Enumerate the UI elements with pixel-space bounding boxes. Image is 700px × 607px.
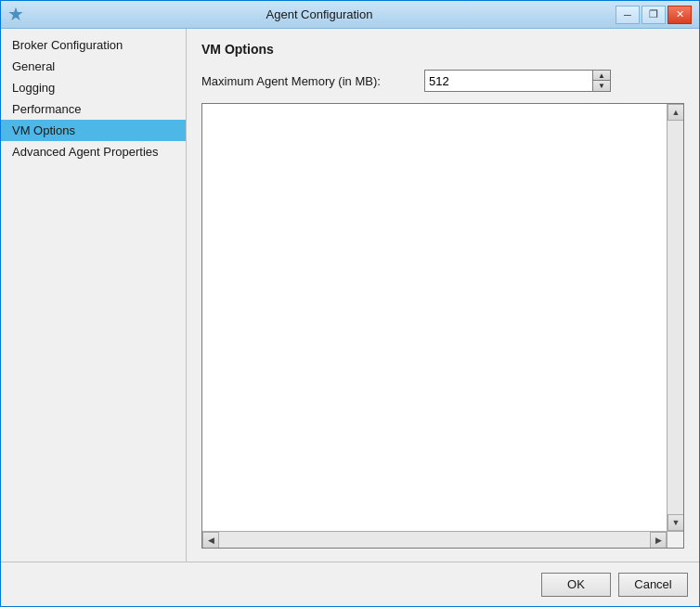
window-title: Agent Configuration (23, 7, 616, 21)
sidebar-item-broker-configuration[interactable]: Broker Configuration (1, 34, 186, 56)
sidebar-item-label: Performance (12, 102, 81, 116)
cancel-button[interactable]: Cancel (618, 573, 688, 597)
sidebar-item-performance[interactable]: Performance (1, 98, 186, 120)
vertical-scrollbar[interactable]: ▲ ▼ (667, 104, 683, 531)
scroll-left-button[interactable]: ◀ (202, 532, 219, 549)
title-bar: Agent Configuration ─ ❐ ✕ (1, 1, 699, 29)
memory-label: Maximum Agent Memory (in MB): (201, 74, 424, 88)
memory-spinbox: ▲ ▼ (424, 70, 611, 92)
sidebar-item-label: General (12, 59, 55, 73)
sidebar-item-label: Logging (12, 81, 55, 95)
scroll-up-button[interactable]: ▲ (668, 104, 684, 121)
close-button[interactable]: ✕ (668, 6, 692, 24)
sidebar-item-label: Broker Configuration (12, 38, 123, 52)
scroll-right-button[interactable]: ▶ (650, 532, 667, 549)
minimize-button[interactable]: ─ (616, 6, 640, 24)
window-body: Broker Configuration General Logging Per… (1, 29, 699, 562)
sidebar-item-general[interactable]: General (1, 56, 186, 77)
ok-button[interactable]: OK (541, 573, 611, 597)
agent-configuration-window: Agent Configuration ─ ❐ ✕ Broker Configu… (0, 0, 700, 607)
spinbox-up-button[interactable]: ▲ (593, 71, 610, 81)
vm-options-textarea-wrapper: ▲ ▼ ◀ ▶ (201, 103, 684, 549)
horizontal-scrollbar[interactable]: ◀ ▶ (202, 531, 667, 548)
sidebar-item-logging[interactable]: Logging (1, 77, 186, 98)
sidebar-item-label: Advanced Agent Properties (12, 145, 159, 159)
spinbox-down-button[interactable]: ▼ (593, 81, 610, 91)
memory-row: Maximum Agent Memory (in MB): ▲ ▼ (201, 70, 684, 92)
window-controls: ─ ❐ ✕ (616, 6, 692, 24)
scrollbar-corner (667, 531, 683, 548)
scroll-track-horizontal[interactable] (219, 532, 650, 548)
sidebar-item-vm-options[interactable]: VM Options (1, 120, 186, 141)
sidebar-item-advanced-agent-properties[interactable]: Advanced Agent Properties (1, 141, 186, 162)
memory-input[interactable] (425, 71, 592, 91)
sidebar: Broker Configuration General Logging Per… (1, 29, 187, 562)
spinbox-buttons: ▲ ▼ (592, 71, 610, 91)
scroll-track-vertical[interactable] (668, 121, 683, 514)
footer: OK Cancel (1, 562, 699, 606)
main-content: VM Options Maximum Agent Memory (in MB):… (187, 29, 699, 562)
window-icon (8, 7, 23, 22)
sidebar-item-label: VM Options (12, 123, 75, 137)
scroll-down-button[interactable]: ▼ (668, 514, 684, 531)
restore-button[interactable]: ❐ (642, 6, 666, 24)
section-title: VM Options (201, 42, 684, 57)
